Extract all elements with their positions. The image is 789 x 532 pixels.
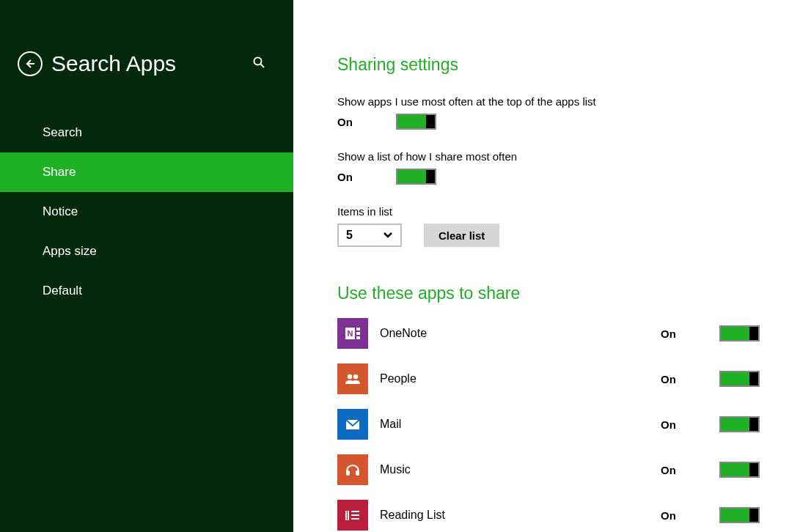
sidebar: Search Apps Search Share Notice Apps siz… [0, 0, 293, 532]
sidebar-item-search[interactable]: Search [0, 113, 293, 152]
people-toggle[interactable] [719, 371, 760, 387]
search-icon [252, 56, 265, 69]
toggle-knob [749, 327, 758, 340]
items-count-select[interactable]: 5 [337, 223, 402, 247]
svg-rect-5 [356, 336, 360, 339]
app-row-music: Music On [337, 454, 760, 485]
clear-list-button[interactable]: Clear list [424, 223, 499, 247]
app-row-mail: Mail On [337, 409, 760, 440]
show-most-used-toggle[interactable] [396, 114, 436, 130]
app-name: People [380, 372, 661, 385]
toggle-knob [426, 115, 435, 128]
app-state: On [661, 373, 719, 385]
app-row-people: People On [337, 363, 760, 394]
sharing-settings-heading: Sharing settings [337, 55, 760, 75]
main-content: Sharing settings Show apps I use most of… [293, 0, 789, 532]
svg-point-0 [254, 58, 262, 65]
sidebar-items: Search Share Notice Apps size Default [0, 113, 293, 311]
svg-rect-10 [356, 470, 359, 476]
sidebar-item-share[interactable]: Share [0, 152, 293, 192]
reading-list-icon [337, 500, 368, 531]
app-row-onenote: N OneNote On [337, 318, 760, 349]
sidebar-header: Search Apps [0, 51, 293, 76]
app-name: Music [380, 463, 661, 476]
arrow-left-icon [24, 58, 36, 70]
sidebar-title: Search Apps [51, 51, 176, 76]
svg-rect-3 [356, 328, 360, 330]
show-share-list-label: Show a list of how I share most often [337, 150, 760, 163]
svg-rect-4 [356, 332, 360, 335]
apps-to-share-heading: Use these apps to share [337, 284, 760, 303]
toggle-knob [749, 463, 758, 476]
sidebar-item-default[interactable]: Default [0, 271, 293, 311]
app-state: On [661, 328, 719, 340]
items-count-value: 5 [346, 229, 353, 242]
items-in-list-row: 5 Clear list [337, 223, 760, 247]
chevron-down-icon [383, 232, 393, 239]
people-icon [337, 363, 368, 394]
items-in-list-label: Items in list [337, 205, 760, 218]
show-most-used-state: On [337, 116, 396, 128]
app-name: Reading List [380, 509, 661, 522]
show-most-used-row: On [337, 114, 760, 130]
mail-toggle[interactable] [719, 416, 760, 432]
music-toggle[interactable] [719, 462, 760, 478]
music-icon [337, 454, 368, 485]
toggle-knob [749, 418, 758, 431]
app-name: OneNote [380, 327, 661, 340]
app-state: On [661, 509, 719, 522]
search-button[interactable] [252, 56, 265, 72]
svg-rect-9 [346, 470, 350, 476]
back-button[interactable] [18, 51, 43, 76]
app-state: On [661, 464, 719, 476]
show-share-list-state: On [337, 171, 396, 183]
sidebar-item-notice[interactable]: Notice [0, 192, 293, 232]
toggle-knob [426, 170, 435, 183]
svg-text:N: N [348, 329, 353, 338]
app-state: On [661, 418, 719, 431]
reading-list-toggle[interactable] [719, 507, 760, 523]
app-name: Mail [380, 418, 661, 431]
onenote-toggle[interactable] [719, 325, 760, 341]
toggle-knob [749, 509, 758, 522]
app-row-reading-list: Reading List On [337, 500, 760, 531]
mail-icon [337, 409, 368, 440]
show-share-list-row: On [337, 169, 760, 185]
svg-point-6 [348, 374, 352, 379]
onenote-icon: N [337, 318, 368, 349]
show-share-list-toggle[interactable] [396, 169, 436, 185]
sidebar-item-apps-size[interactable]: Apps size [0, 232, 293, 271]
toggle-knob [749, 372, 758, 385]
svg-point-7 [353, 374, 358, 379]
show-most-used-label: Show apps I use most often at the top of… [337, 95, 760, 108]
